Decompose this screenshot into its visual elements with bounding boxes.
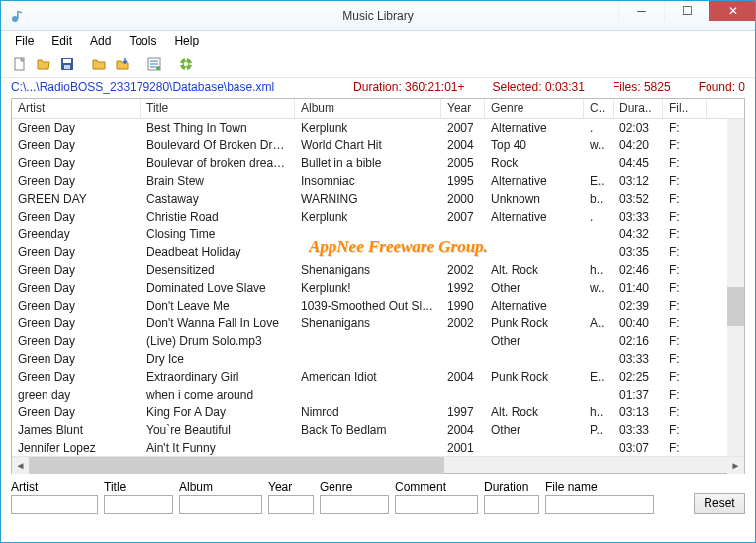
menu-file[interactable]: File [7, 32, 42, 49]
table-row[interactable]: GREEN DAYCastawayWARNING2000Unknownb..03… [12, 190, 744, 208]
col-comment[interactable]: C.. [584, 99, 614, 118]
cell: Green Day [12, 352, 141, 366]
table-row[interactable]: Green DayBoulevar of broken dreams_liveB… [12, 154, 744, 172]
menu-edit[interactable]: Edit [44, 32, 80, 49]
grid-header: Artist Title Album Year Genre C.. Dura..… [12, 99, 744, 119]
cell: Extraordinary Girl [141, 370, 295, 384]
filter-year-input[interactable] [268, 495, 314, 514]
table-row[interactable]: Green DayBrain StewInsomniac1995Alternat… [12, 172, 744, 190]
svg-rect-1 [17, 11, 19, 19]
cell: 03:35 [614, 245, 663, 259]
cell: 2005 [441, 156, 485, 170]
table-row[interactable]: Green DayBoulevard Of Broken DreamsWorld… [12, 136, 744, 154]
help-icon[interactable] [175, 53, 197, 75]
col-album[interactable]: Album [295, 99, 441, 118]
col-year[interactable]: Year [441, 99, 485, 118]
col-artist[interactable]: Artist [12, 99, 141, 118]
table-row[interactable]: Green DayChristie RoadKerplunk2007Altern… [12, 208, 744, 226]
horizontal-scrollbar[interactable]: ◄► [12, 456, 744, 473]
cell: 04:32 [614, 227, 663, 241]
table-row[interactable]: Green DayDry Ice03:33F: [12, 350, 744, 368]
col-genre[interactable]: Genre [485, 99, 584, 118]
menu-help[interactable]: Help [166, 32, 207, 49]
cell: Christie Road [141, 210, 295, 224]
properties-icon[interactable] [143, 53, 165, 75]
cell: 03:33 [614, 423, 663, 437]
svg-rect-13 [185, 57, 187, 60]
new-file-icon[interactable] [9, 53, 31, 75]
database-path-link[interactable]: C:\...\RadioBOSS_233179280\Database\base… [11, 80, 274, 94]
close-button[interactable]: ✕ [709, 1, 755, 21]
filter-file-label: File name [545, 480, 654, 494]
vertical-scrollbar[interactable] [727, 119, 744, 456]
cell: 2004 [441, 138, 485, 152]
open-folder-icon[interactable] [33, 53, 54, 75]
filter-file-input[interactable] [545, 495, 654, 514]
filter-artist-input[interactable] [11, 495, 98, 514]
filter-duration-input[interactable] [484, 495, 539, 514]
cell: Ain't It Funny [141, 441, 295, 455]
cell: 03:52 [614, 192, 663, 206]
col-file[interactable]: Fil.. [663, 99, 707, 118]
col-duration[interactable]: Dura.. [614, 99, 663, 118]
table-row[interactable]: Jennifer LopezAin't It Funny200103:07F: [12, 439, 744, 456]
cell: Other [485, 423, 584, 437]
cell: 1039-Smoothed Out Slapp.. [295, 299, 441, 313]
table-row[interactable]: Green DayDominated Love SlaveKerplunk!19… [12, 279, 744, 297]
table-row[interactable]: Green DayBest Thing In TownKerplunk2007A… [12, 119, 744, 136]
table-row[interactable]: Green DayDesensitizedShenanigans2002Alt.… [12, 261, 744, 279]
folder-icon[interactable] [88, 53, 110, 75]
cell: w.. [584, 138, 614, 152]
cell: 1995 [441, 174, 485, 188]
cell: Closing Time [141, 227, 295, 241]
filter-title-label: Title [104, 480, 173, 494]
cell: E.. [584, 174, 614, 188]
cell: 01:37 [614, 388, 663, 402]
menu-tools[interactable]: Tools [121, 32, 164, 49]
table-row[interactable]: Green DayDeadbeat Holiday03:35F: [12, 243, 744, 261]
table-row[interactable]: James BluntYou`re BeautifulBack To Bedla… [12, 421, 744, 439]
table-row[interactable]: GreendayClosing Time04:32F: [12, 226, 744, 243]
cell: Don't Leave Me [141, 299, 295, 313]
cell: 02:46 [614, 263, 663, 277]
table-row[interactable]: green daywhen i come around01:37F: [12, 386, 744, 404]
table-row[interactable]: Green DayDon't Leave Me1039-Smoothed Out… [12, 297, 744, 315]
filter-album-input[interactable] [179, 495, 262, 514]
col-title[interactable]: Title [141, 99, 295, 118]
filter-genre-input[interactable] [320, 495, 389, 514]
minimize-button[interactable]: ─ [618, 1, 664, 21]
svg-rect-5 [64, 65, 70, 69]
svg-rect-4 [63, 59, 71, 63]
filter-comment-input[interactable] [395, 495, 478, 514]
maximize-button[interactable]: ☐ [664, 1, 709, 21]
import-icon[interactable] [112, 53, 134, 75]
cell: Alternative [485, 121, 584, 135]
cell: F: [663, 174, 707, 188]
table-row[interactable]: Green DayDon't Wanna Fall In LoveShenani… [12, 315, 744, 332]
cell: Green Day [12, 210, 141, 224]
cell: 1992 [441, 281, 485, 295]
status-line: C:\...\RadioBOSS_233179280\Database\base… [1, 78, 755, 98]
cell: Green Day [12, 370, 141, 384]
cell: A.. [584, 317, 614, 330]
table-row[interactable]: Green DayExtraordinary GirlAmerican Idio… [12, 368, 744, 386]
svg-point-10 [156, 66, 160, 70]
cell: F: [663, 406, 707, 419]
cell: Other [485, 281, 584, 295]
save-icon[interactable] [56, 53, 78, 75]
table-row[interactable]: Green DayKing For A DayNimrod1997Alt. Ro… [12, 404, 744, 421]
cell: Alternative [485, 299, 584, 313]
status-files: Files: 5825 [613, 80, 671, 94]
reset-button[interactable]: Reset [694, 493, 745, 514]
menu-add[interactable]: Add [82, 32, 119, 49]
cell: Alternative [485, 210, 584, 224]
cell: 2004 [441, 423, 485, 437]
cell: (Live) Drum Solo.mp3 [141, 334, 295, 348]
cell: Kerplunk [295, 121, 441, 135]
filter-title-input[interactable] [104, 495, 173, 514]
cell: 2007 [441, 210, 485, 224]
cell: F: [663, 210, 707, 224]
cell: 04:45 [614, 156, 663, 170]
table-row[interactable]: Green Day(Live) Drum Solo.mp3Other02:16F… [12, 332, 744, 350]
grid-body[interactable]: Green DayBest Thing In TownKerplunk2007A… [12, 119, 744, 456]
